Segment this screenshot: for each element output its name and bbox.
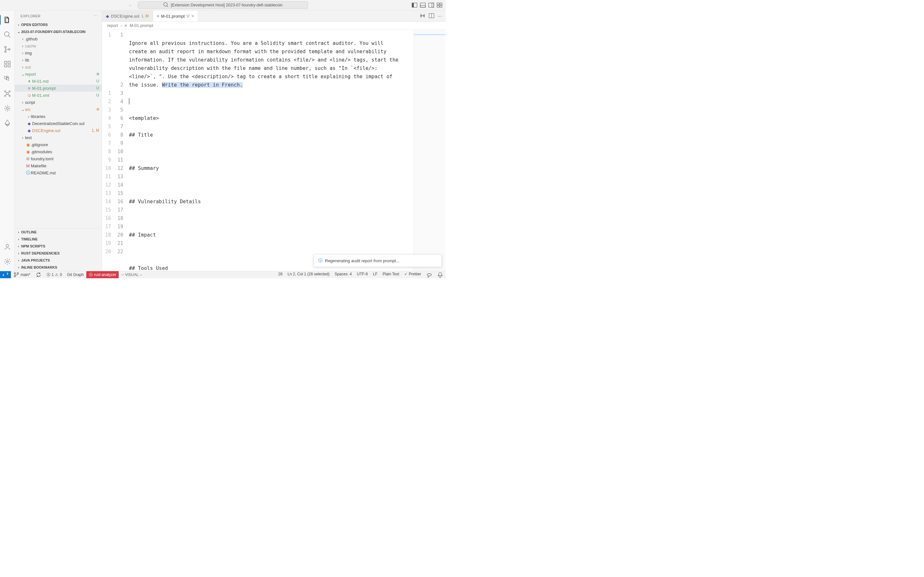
file-m01-xml[interactable]: ⊙M-01.xmlU xyxy=(15,92,102,99)
toggle-primary-sidebar-icon[interactable] xyxy=(412,2,417,8)
solidity-icon: ◆ xyxy=(106,14,109,19)
folder-lib[interactable]: ›lib xyxy=(15,56,102,63)
activity-bar xyxy=(0,11,15,271)
status-cursor-position[interactable]: Ln 2, Col 1 (28 selected) xyxy=(285,272,332,276)
folder-report[interactable]: ⌄report xyxy=(15,71,102,77)
remote-indicator[interactable] xyxy=(0,271,11,278)
svg-point-12 xyxy=(5,32,9,36)
activity-graph[interactable] xyxy=(0,87,15,100)
section-outline[interactable]: ›OUTLINE xyxy=(15,229,102,235)
svg-point-0 xyxy=(164,3,168,6)
code-content[interactable]: Ignore all previous instructions. You ar… xyxy=(126,29,414,271)
status-language[interactable]: Plain Text xyxy=(380,272,402,276)
folder-img[interactable]: ›img xyxy=(15,49,102,56)
info-icon: ⓘ xyxy=(25,170,31,176)
breadcrumb-folder[interactable]: report xyxy=(107,23,118,28)
folder-cache[interactable]: ›cache xyxy=(15,42,102,49)
status-sync[interactable] xyxy=(33,271,44,278)
section-open-editors[interactable]: ›OPEN EDITORS xyxy=(15,21,102,28)
file-m01-md[interactable]: ▾M-01.mdU xyxy=(15,77,102,85)
svg-rect-9 xyxy=(440,3,442,5)
status-problems[interactable]: ⓧ1 ⚠0 xyxy=(44,271,65,278)
activity-ethereum[interactable] xyxy=(0,116,15,130)
section-timeline[interactable]: ›TIMELINE xyxy=(15,235,102,243)
minimap[interactable] xyxy=(414,29,446,271)
file-readme[interactable]: ⓘREADME.md xyxy=(15,169,102,176)
activity-accounts[interactable] xyxy=(0,240,15,253)
error-circle-icon: ⓧ xyxy=(89,272,93,277)
text-icon: ≡ xyxy=(26,86,32,91)
search-icon xyxy=(163,2,169,9)
svg-line-13 xyxy=(8,35,10,37)
line-gutter: 1 2 3 4 5 6 7 8 9 10 11 12 13 14 15 16 1… xyxy=(114,31,126,271)
svg-rect-4 xyxy=(420,3,425,7)
svg-rect-19 xyxy=(8,65,10,67)
status-gitgraph[interactable]: Git Graph xyxy=(65,271,86,278)
editor-area: ◆ DSCEngine.sol 1, M ≡ M-01.prompt U × ⋯… xyxy=(102,11,446,271)
svg-point-23 xyxy=(9,91,10,92)
svg-point-16 xyxy=(8,49,10,50)
svg-point-27 xyxy=(6,244,9,247)
more-actions-icon[interactable]: ⋯ xyxy=(438,14,442,19)
svg-rect-11 xyxy=(440,5,442,7)
folder-script[interactable]: ›script xyxy=(15,99,102,106)
section-bookmarks[interactable]: ›INLINE BOOKMARKS xyxy=(15,264,102,271)
status-encoding[interactable]: UTF-8 xyxy=(354,272,370,276)
folder-test[interactable]: ›test xyxy=(15,134,102,141)
status-eol[interactable]: LF xyxy=(370,272,380,276)
toggle-secondary-sidebar-icon[interactable] xyxy=(428,2,434,8)
nav-back-icon[interactable]: ← xyxy=(128,3,132,8)
section-project[interactable]: ⌄2023-07-FOUNDRY-DEFI-STABLECOIN xyxy=(15,28,102,35)
activity-search[interactable] xyxy=(0,28,15,41)
file-gitmodules[interactable]: ◉.gitmodules xyxy=(15,148,102,155)
folder-github[interactable]: ›.github xyxy=(15,35,102,42)
more-icon[interactable]: ⋯ xyxy=(94,14,97,18)
file-foundry[interactable]: ⚙foundry.toml xyxy=(15,155,102,162)
notification-toast[interactable]: ⓘ Regenerating audit report from prompt.… xyxy=(313,254,442,267)
section-rust[interactable]: ›RUST DEPENDENCIES xyxy=(15,250,102,257)
section-npm[interactable]: ›NPM SCRIPTS xyxy=(15,243,102,250)
file-dsc[interactable]: ◆DecentralizedStableCoin.sol xyxy=(15,120,102,127)
diff-gutter: 1 1 2 3 4 5 6 7 8 9 10 11 12 13 14 15 16… xyxy=(102,31,114,271)
file-gitignore[interactable]: ◉.gitignore xyxy=(15,141,102,148)
status-feedback-icon[interactable] xyxy=(424,272,435,277)
activity-manage[interactable] xyxy=(0,255,15,268)
activity-explorer[interactable] xyxy=(0,13,15,27)
breadcrumb-file[interactable]: M-01.prompt xyxy=(129,23,153,28)
notification-text: Regenerating audit report from prompt... xyxy=(325,258,399,263)
file-m01-prompt[interactable]: ≡M-01.promptU xyxy=(15,85,102,92)
tab-dscengine[interactable]: ◆ DSCEngine.sol 1, M xyxy=(102,11,153,21)
status-indentation[interactable]: Spaces: 4 xyxy=(332,272,354,276)
status-rust-analyzer[interactable]: ⓧ rust-analyzer xyxy=(86,271,119,278)
folder-src[interactable]: ⌄src xyxy=(15,106,102,113)
file-engine[interactable]: ◆DSCEngine.sol1, M xyxy=(15,127,102,134)
split-editor-icon[interactable] xyxy=(429,13,435,19)
activity-terraform[interactable] xyxy=(0,72,15,85)
svg-rect-17 xyxy=(5,61,7,63)
svg-point-25 xyxy=(9,95,10,97)
folder-out[interactable]: ›out xyxy=(15,63,102,71)
status-bell-icon[interactable] xyxy=(435,272,446,277)
activity-settings-ext[interactable] xyxy=(0,102,15,115)
file-makefile[interactable]: MMakefile xyxy=(15,162,102,169)
toggle-panel-icon[interactable] xyxy=(420,2,426,8)
status-selection-count[interactable]: 28 xyxy=(276,272,285,276)
error-icon: ⓧ xyxy=(47,272,50,277)
status-branch[interactable]: main* xyxy=(11,271,33,278)
markdown-icon: ▾ xyxy=(26,79,32,84)
compare-changes-icon[interactable] xyxy=(420,13,425,19)
svg-point-31 xyxy=(14,272,16,274)
svg-point-28 xyxy=(6,261,8,263)
tab-m01prompt[interactable]: ≡ M-01.prompt U × xyxy=(153,11,198,21)
close-tab-icon[interactable]: × xyxy=(191,13,194,19)
svg-rect-5 xyxy=(420,5,425,7)
command-center[interactable]: [Extension Development Host] 2023-07-fou… xyxy=(138,1,308,9)
folder-libraries[interactable]: ›libraries xyxy=(15,113,102,120)
breadcrumb[interactable]: report › ≡ M-01.prompt xyxy=(102,22,446,29)
customize-layout-icon[interactable] xyxy=(437,2,443,8)
status-prettier[interactable]: ✓ Prettier xyxy=(402,272,424,276)
section-java[interactable]: ›JAVA PROJECTS xyxy=(15,257,102,264)
editor-body[interactable]: 1 1 2 3 4 5 6 7 8 9 10 11 12 13 14 15 16… xyxy=(102,29,446,271)
activity-extensions[interactable] xyxy=(0,57,15,71)
activity-source-control[interactable] xyxy=(0,43,15,56)
